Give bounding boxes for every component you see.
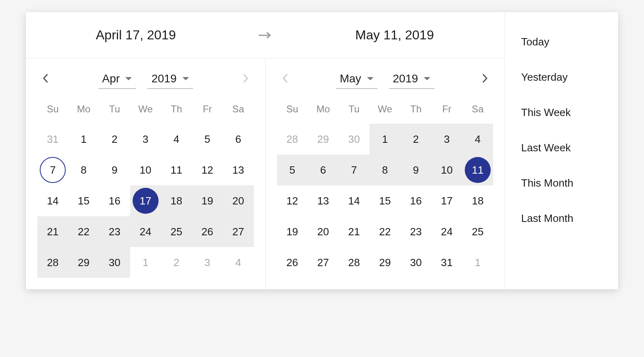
calendar-day[interactable]: 6 <box>308 155 339 185</box>
calendar-day[interactable]: 22 <box>68 216 99 247</box>
weekday-header-row: SuMoTuWeThFrSa <box>277 99 494 120</box>
calendar-day[interactable]: 13 <box>223 155 253 185</box>
calendar-day[interactable]: 2 <box>400 124 431 155</box>
preset-option[interactable]: This Week <box>521 95 602 130</box>
calendar-day[interactable]: 8 <box>369 155 400 185</box>
weekday-header-row: SuMoTuWeThFrSa <box>37 99 254 120</box>
start-date-display: April 17, 2019 <box>26 28 246 43</box>
preset-option[interactable]: Last Month <box>521 201 602 236</box>
calendar-day[interactable]: 9 <box>99 155 130 185</box>
calendar-day[interactable]: 7 <box>37 155 68 185</box>
calendar-day[interactable]: 15 <box>68 185 99 216</box>
day-number: 20 <box>225 188 251 214</box>
calendar-day[interactable]: 16 <box>99 185 130 216</box>
calendar-day[interactable]: 20 <box>308 216 339 247</box>
calendar-day[interactable]: 1 <box>130 247 161 278</box>
day-number: 23 <box>102 219 128 245</box>
calendar-day[interactable]: 17 <box>130 185 161 216</box>
calendar-day[interactable]: 30 <box>339 124 369 155</box>
calendar-week-row: 78910111213 <box>37 155 254 185</box>
calendar-day[interactable]: 26 <box>277 247 308 278</box>
prev-month-button[interactable] <box>37 73 54 86</box>
preset-option[interactable]: This Month <box>521 166 602 201</box>
calendar-day[interactable]: 1 <box>369 124 400 155</box>
calendar-day[interactable]: 25 <box>462 216 493 247</box>
calendar-day[interactable]: 19 <box>277 216 308 247</box>
calendar-day[interactable]: 17 <box>431 185 462 216</box>
calendar-day[interactable]: 6 <box>223 124 253 155</box>
calendar-day[interactable]: 30 <box>99 247 130 278</box>
calendar-day[interactable]: 10 <box>431 155 462 185</box>
calendar-day[interactable]: 19 <box>192 185 223 216</box>
weekday-header: Th <box>400 99 431 120</box>
calendar-day[interactable]: 3 <box>130 124 161 155</box>
calendar-day[interactable]: 27 <box>308 247 339 278</box>
calendar-day[interactable]: 21 <box>339 216 369 247</box>
calendar-day[interactable]: 31 <box>37 124 68 155</box>
calendar-day[interactable]: 27 <box>223 216 253 247</box>
year-select[interactable]: 2019 <box>389 70 434 89</box>
calendar-day[interactable]: 30 <box>400 247 431 278</box>
day-number: 22 <box>372 219 398 245</box>
calendar-day[interactable]: 24 <box>431 216 462 247</box>
next-month-button <box>238 73 254 86</box>
calendar-day[interactable]: 2 <box>161 247 192 278</box>
calendar-day[interactable]: 26 <box>192 216 223 247</box>
calendar-day[interactable]: 18 <box>462 185 493 216</box>
calendar-day[interactable]: 28 <box>277 124 308 155</box>
calendar-day[interactable]: 28 <box>339 247 369 278</box>
day-number: 7 <box>40 157 66 183</box>
calendar-day[interactable]: 11 <box>161 155 192 185</box>
calendar-day[interactable]: 2 <box>99 124 130 155</box>
calendar-day[interactable]: 16 <box>400 185 431 216</box>
calendar-day[interactable]: 3 <box>431 124 462 155</box>
calendar-day[interactable]: 29 <box>68 247 99 278</box>
calendar-day[interactable]: 1 <box>462 247 493 278</box>
calendar-day[interactable]: 20 <box>223 185 253 216</box>
calendar-day[interactable]: 4 <box>223 247 253 278</box>
calendar-day[interactable]: 25 <box>161 216 192 247</box>
calendar-day[interactable]: 13 <box>308 185 339 216</box>
calendar-day[interactable]: 11 <box>462 155 493 185</box>
calendar-day[interactable]: 24 <box>130 216 161 247</box>
calendar-day[interactable]: 3 <box>192 247 223 278</box>
calendar-day[interactable]: 23 <box>99 216 130 247</box>
calendar-day[interactable]: 29 <box>308 124 339 155</box>
day-number: 30 <box>403 249 429 275</box>
preset-option[interactable]: Today <box>521 24 602 60</box>
calendar-day[interactable]: 22 <box>369 216 400 247</box>
calendar-week-row: 14151617181920 <box>37 185 254 216</box>
calendar-day[interactable]: 4 <box>161 124 192 155</box>
calendar-day[interactable]: 31 <box>431 247 462 278</box>
calendar-day[interactable]: 10 <box>130 155 161 185</box>
calendar-day[interactable]: 23 <box>400 216 431 247</box>
calendars-container: Apr2019SuMoTuWeThFrSa3112345678910111213… <box>26 58 504 289</box>
calendar-day[interactable]: 18 <box>161 185 192 216</box>
preset-option[interactable]: Yesterday <box>521 60 602 95</box>
calendar-day[interactable]: 21 <box>37 216 68 247</box>
calendar-day[interactable]: 29 <box>369 247 400 278</box>
calendar-day[interactable]: 14 <box>339 185 369 216</box>
day-number: 7 <box>341 157 367 183</box>
calendar-day[interactable]: 15 <box>369 185 400 216</box>
calendar-day[interactable]: 8 <box>68 155 99 185</box>
calendar-day[interactable]: 1 <box>68 124 99 155</box>
calendar-day[interactable]: 12 <box>192 155 223 185</box>
year-select[interactable]: 2019 <box>147 70 193 89</box>
calendar-day[interactable]: 5 <box>277 155 308 185</box>
day-number: 19 <box>194 188 220 214</box>
calendar-day[interactable]: 5 <box>192 124 223 155</box>
calendar-day[interactable]: 28 <box>37 247 68 278</box>
day-number: 26 <box>194 219 220 245</box>
month-select[interactable]: Apr <box>98 70 136 89</box>
day-number: 4 <box>465 126 491 152</box>
weekday-header: We <box>130 99 161 120</box>
calendar-day[interactable]: 7 <box>339 155 369 185</box>
calendar-day[interactable]: 12 <box>277 185 308 216</box>
calendar-day[interactable]: 9 <box>400 155 431 185</box>
calendar-day[interactable]: 4 <box>462 124 493 155</box>
calendar-day[interactable]: 14 <box>37 185 68 216</box>
preset-option[interactable]: Last Week <box>521 130 602 166</box>
month-select[interactable]: May <box>336 70 378 89</box>
next-month-button[interactable] <box>477 73 493 86</box>
